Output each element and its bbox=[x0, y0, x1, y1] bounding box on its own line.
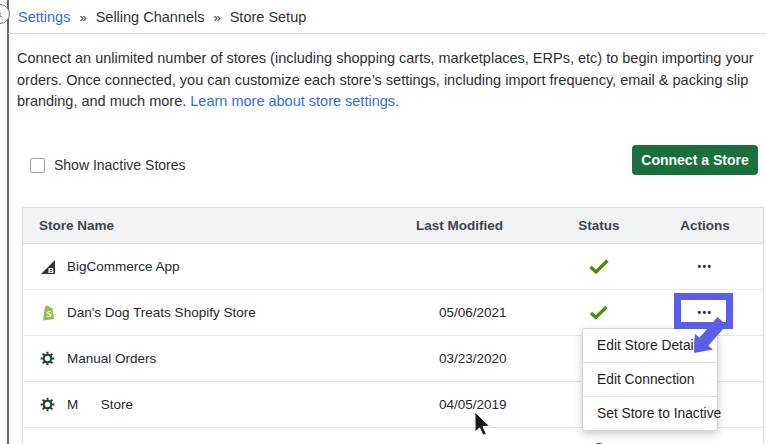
status-cell bbox=[551, 258, 647, 275]
status-cell bbox=[551, 305, 647, 320]
menu-item-set-store-inactive[interactable]: Set Store to Inactive bbox=[583, 396, 717, 430]
shopify-icon: S bbox=[39, 304, 56, 321]
status-connected-icon bbox=[588, 258, 610, 275]
learn-more-link[interactable]: Learn more about store settings. bbox=[190, 93, 399, 109]
breadcrumb-store-setup: Store Setup bbox=[230, 9, 307, 25]
breadcrumb-separator: » bbox=[79, 10, 86, 25]
row-actions-context-menu: Edit Store Details Edit Connection Set S… bbox=[582, 328, 718, 431]
row-actions-button[interactable]: ••• bbox=[697, 307, 712, 318]
header-actions: Actions bbox=[647, 218, 763, 233]
bigcommerce-icon: B bbox=[39, 258, 56, 275]
table-header-row: Store Name Last Modified Status Actions bbox=[23, 208, 763, 244]
row-actions-button[interactable]: ••• bbox=[697, 261, 712, 272]
show-inactive-checkbox[interactable] bbox=[30, 158, 45, 173]
header-status: Status bbox=[551, 218, 647, 233]
table-row: B BigCommerce App ••• bbox=[23, 244, 763, 290]
breadcrumb-settings[interactable]: Settings bbox=[18, 9, 70, 25]
header-store-name: Store Name bbox=[23, 218, 391, 233]
svg-text:B: B bbox=[47, 265, 53, 274]
header-last-modified: Last Modified bbox=[391, 218, 551, 233]
store-name: Manual Orders bbox=[67, 351, 156, 366]
breadcrumb: Settings » Selling Channels » Store Setu… bbox=[18, 9, 306, 25]
menu-item-edit-store-details[interactable]: Edit Store Details bbox=[583, 329, 717, 362]
store-name: Dan's Dog Treats Shopify Store bbox=[67, 305, 256, 320]
gear-icon bbox=[39, 350, 56, 367]
last-modified-cell: 03/23/2020 bbox=[391, 351, 551, 366]
store-name: BigCommerce App bbox=[67, 259, 180, 274]
store-setup-page: ‹ Settings » Selling Channels » Store Se… bbox=[0, 0, 766, 444]
intro-paragraph: Connect an unlimited number of stores (i… bbox=[17, 48, 757, 113]
chevron-left-icon: ‹ bbox=[0, 8, 2, 20]
breadcrumb-separator: » bbox=[213, 10, 220, 25]
svg-text:S: S bbox=[46, 309, 51, 319]
gear-icon bbox=[39, 396, 56, 413]
menu-item-edit-connection[interactable]: Edit Connection bbox=[583, 362, 717, 396]
panel-left-border bbox=[7, 0, 9, 444]
show-inactive-label: Show Inactive Stores bbox=[54, 157, 186, 173]
last-modified-cell: 05/06/2021 bbox=[391, 305, 551, 320]
status-connected-icon bbox=[589, 305, 609, 320]
show-inactive-control: Show Inactive Stores bbox=[30, 157, 186, 173]
connect-store-button[interactable]: Connect a Store bbox=[632, 145, 758, 175]
last-modified-cell: 04/05/2019 bbox=[391, 397, 551, 412]
breadcrumb-selling-channels[interactable]: Selling Channels bbox=[96, 9, 205, 25]
header-divider bbox=[8, 33, 766, 34]
store-name: M Store bbox=[67, 397, 133, 412]
